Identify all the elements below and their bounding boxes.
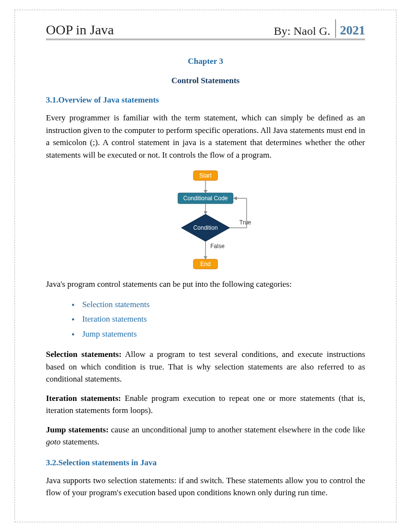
definition-iteration: Iteration statements: Enable program exe…: [46, 392, 365, 417]
cond-code-label: Conditional Code: [183, 195, 228, 202]
arrow-true: [233, 196, 237, 200]
true-label: True: [239, 219, 251, 226]
def-term: Jump statements:: [46, 425, 109, 434]
chapter-title: Control Statements: [46, 76, 365, 86]
chapter-label: Chapter 3: [46, 57, 365, 66]
header-divider: [335, 19, 336, 38]
paragraph-selection-intro: Java supports two selection statements: …: [46, 474, 365, 499]
list-item: Selection statements: [82, 297, 365, 312]
categories-list: Selection statements Iteration statement…: [46, 297, 365, 342]
header-year: 2021: [340, 23, 365, 38]
arrow-2: [204, 211, 207, 214]
start-label: Start: [199, 172, 212, 179]
list-item: Jump statements: [82, 327, 365, 342]
definition-selection: Selection statements: Allow a program to…: [46, 348, 365, 385]
def-italic: goto: [46, 437, 60, 446]
def-term: Selection statements:: [46, 350, 121, 359]
condition-label: Condition: [193, 224, 218, 231]
def-body-a: cause an unconditional jump to another s…: [109, 425, 365, 434]
header-author: By: Naol G.: [274, 25, 335, 38]
header-underline: [46, 40, 365, 41]
page-content: OOP in Java By: Naol G. 2021 Chapter 3 C…: [46, 19, 365, 499]
section-heading-3-1: 3.1.Overview of Java statements: [46, 95, 365, 105]
def-body-b: statements.: [60, 437, 99, 446]
paragraph-categories: Java's program control statements can be…: [46, 278, 365, 291]
header-title: OOP in Java: [46, 22, 274, 38]
paragraph-overview: Every programmer is familiar with the te…: [46, 112, 365, 161]
false-label: False: [210, 243, 225, 250]
section-heading-3-2: 3.2.Selection statements in Java: [46, 458, 365, 468]
definition-jump: Jump statements: cause an unconditional …: [46, 424, 365, 448]
end-label: End: [200, 261, 210, 267]
arrow-1: [204, 190, 207, 193]
page-header: OOP in Java By: Naol G. 2021: [46, 19, 365, 40]
def-term: Iteration statements:: [46, 394, 121, 403]
arrow-false: [204, 256, 207, 259]
list-item: Iteration statements: [82, 312, 365, 327]
flowchart-diagram: Start Conditional Code Condition True Fa…: [145, 170, 266, 271]
